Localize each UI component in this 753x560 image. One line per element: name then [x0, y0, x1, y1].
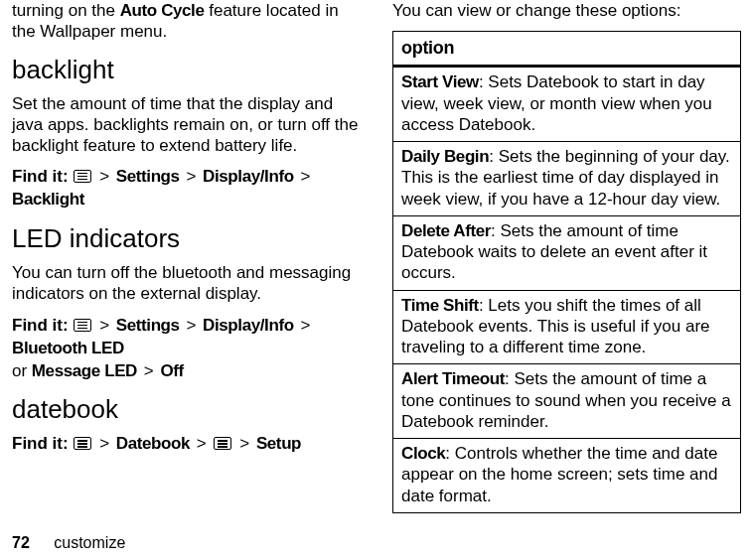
auto-cycle-term: Auto Cycle	[120, 1, 205, 20]
left-column: turning on the Auto Cycle feature locate…	[12, 0, 361, 513]
page-number: 72	[12, 534, 30, 551]
findit-step: Display/Info	[203, 167, 294, 186]
gt: >	[239, 434, 249, 453]
menu-icon	[74, 437, 91, 450]
menu-icon	[74, 319, 91, 332]
option-desc: : Controls whether the time and date app…	[401, 444, 717, 505]
datebook-findit: Find it: > Datebook > > Setup	[12, 433, 361, 456]
option-term: Clock	[401, 444, 445, 463]
findit-step: Setup	[256, 434, 301, 453]
gt: >	[300, 167, 310, 186]
findit-step: Bluetooth LED	[12, 339, 124, 357]
gt: >	[186, 316, 196, 335]
gt: >	[300, 316, 310, 335]
findit-step: Backlight	[12, 190, 84, 209]
options-table: option Start View: Sets Datebook to star…	[392, 31, 741, 513]
table-row: Start View: Sets Datebook to start in da…	[393, 67, 741, 142]
gt: >	[99, 167, 109, 186]
gt: >	[99, 434, 109, 453]
option-term: Daily Begin	[401, 147, 489, 166]
findit-step: Settings	[116, 316, 180, 335]
option-term: Alert Timeout	[401, 369, 505, 388]
table-row: Time Shift: Lets you shift the times of …	[393, 290, 741, 364]
table-row: Daily Begin: Sets the beginning of your …	[393, 142, 741, 216]
findit-or: or	[12, 361, 32, 380]
table-row: Clock: Controls whether the time and dat…	[393, 439, 741, 513]
gt: >	[186, 167, 196, 186]
findit-step: Settings	[116, 167, 180, 186]
led-heading: LED indicators	[12, 223, 361, 254]
gt: >	[197, 434, 207, 453]
backlight-desc: Set the amount of time that the display …	[12, 93, 361, 157]
findit-step: Datebook	[116, 434, 190, 453]
menu-icon	[214, 437, 231, 450]
gt: >	[99, 316, 109, 335]
options-intro: You can view or change these options:	[392, 0, 741, 21]
findit-step: Message LED	[32, 361, 137, 380]
table-row: Alert Timeout: Sets the amount of time a…	[393, 364, 741, 439]
option-term: Start View	[401, 72, 479, 91]
menu-icon	[74, 170, 91, 183]
option-term: Delete After	[401, 221, 491, 240]
led-desc: You can turn off the bluetooth and messa…	[12, 262, 361, 305]
option-header: option	[393, 32, 741, 67]
findit-label: Find it:	[12, 434, 69, 453]
findit-label: Find it:	[12, 316, 69, 335]
section-label: customize	[54, 534, 125, 551]
right-column: You can view or change these options: op…	[392, 0, 741, 513]
intro-pre: turning on the	[12, 1, 120, 20]
findit-label: Find it:	[12, 167, 69, 186]
led-findit: Find it: > Settings > Display/Info > Blu…	[12, 315, 361, 383]
wallpaper-intro: turning on the Auto Cycle feature locate…	[12, 0, 361, 43]
findit-step: Display/Info	[203, 316, 294, 335]
option-term: Time Shift	[401, 296, 479, 315]
datebook-heading: datebook	[12, 394, 361, 425]
table-row: Delete After: Sets the amount of time Da…	[393, 215, 741, 290]
page-footer: 72 customize	[12, 534, 125, 552]
gt: >	[144, 361, 154, 380]
backlight-findit: Find it: > Settings > Display/Info > Bac…	[12, 166, 361, 211]
backlight-heading: backlight	[12, 55, 361, 85]
findit-step: Off	[160, 361, 183, 380]
